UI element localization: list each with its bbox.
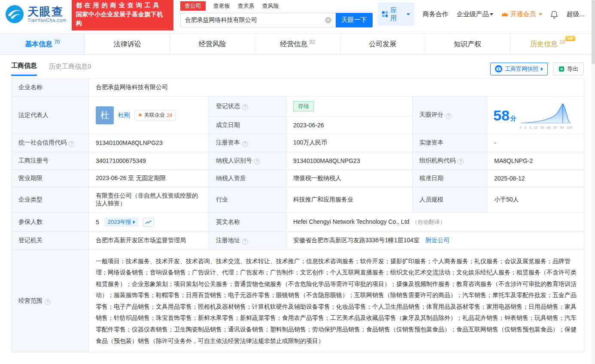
- insured-label: 参保人数: [12, 213, 89, 232]
- credit-code-value: 91340100MA8QLNPG23: [89, 134, 209, 152]
- tianyancha-logo-icon: [5, 5, 24, 24]
- reg-status-value: 存续: [286, 96, 413, 117]
- paid-capital-label: 实缴资本: [413, 134, 487, 152]
- nav-enterprise-products[interactable]: 企业级产品: [456, 10, 493, 18]
- row-reg-authority: 登记机关 合肥市高新开发区市场监督管理局 注册地址 安徽省合肥市高新区习友路33…: [12, 232, 584, 250]
- tab-legal-proceedings[interactable]: 法律诉讼: [85, 34, 170, 54]
- tab-intellectual-property[interactable]: 知识产权: [425, 34, 510, 54]
- industry-value: 科技推广和应用服务业: [286, 187, 413, 213]
- help-icon[interactable]: [242, 104, 248, 110]
- sub-navigation: 工商信息 历史工商信息0 工商官网快照 导出: [0, 55, 595, 76]
- search-tab-boss[interactable]: 查老板: [213, 2, 230, 10]
- row-business-scope: 经营范围 一般项目：技术服务、技术开发、技术咨询、技术交流、技术转让、技术推广；…: [12, 250, 584, 352]
- tab-business-info[interactable]: 经营信息32: [255, 34, 340, 54]
- help-icon[interactable]: [242, 141, 248, 147]
- row-insured: 参保人数 5 2023年报 英文名称 Hefei Chengyi Network…: [12, 213, 584, 232]
- legal-rep-avatar[interactable]: 杜: [96, 106, 114, 124]
- vip-badge: VIP: [565, 36, 575, 41]
- tab-label: 经营风险: [199, 40, 226, 49]
- main-tab-bar: 基本信息70 法律诉讼 经营风险 经营信息32 公司发展 知识产权 历史信息10…: [0, 33, 595, 55]
- tab-count: 70: [54, 39, 60, 45]
- tab-label: 历史信息: [530, 40, 558, 49]
- search-tab-risk[interactable]: 查风险: [262, 2, 279, 10]
- staff-size-value: 小于50人: [487, 187, 584, 213]
- subtab-history-business-info[interactable]: 历史工商信息0: [49, 63, 91, 75]
- search-input[interactable]: [180, 13, 336, 27]
- logo-subtitle: TianYanCha.com: [27, 18, 67, 23]
- apps-menu[interactable]: 应用: [378, 3, 415, 26]
- tab-label: 基本信息: [25, 40, 52, 49]
- tab-label: 经营信息: [280, 40, 307, 49]
- english-name-value: Hefei Chengyi Network Technology Co., Lt…: [286, 213, 584, 232]
- related-companies-tag[interactable]: 关联企业 24: [134, 110, 176, 120]
- arrow-right-icon: [133, 220, 135, 224]
- score-distribution-chart: 0131550859799100: [520, 102, 572, 129]
- company-type-label: 企业类型: [12, 187, 89, 213]
- help-icon[interactable]: [446, 113, 452, 119]
- help-icon[interactable]: [254, 159, 260, 165]
- notification-bell-icon[interactable]: [550, 10, 558, 18]
- help-icon[interactable]: [242, 239, 248, 245]
- help-icon[interactable]: [458, 159, 464, 165]
- row-company-name: 企业名称 合肥承益网络科技有限公司: [12, 79, 584, 96]
- related-companies-count: 24: [167, 112, 172, 118]
- tianyan-score-value[interactable]: 58分: [487, 96, 584, 134]
- reg-authority-label: 登记机关: [12, 232, 89, 250]
- subtab-business-registration-info[interactable]: 工商信息: [11, 62, 37, 76]
- business-snapshot-button[interactable]: 工商官网快照: [490, 63, 548, 75]
- org-code-label: 组织机构代码: [413, 152, 487, 170]
- nav-vip-membership[interactable]: 开通会员: [501, 10, 542, 18]
- logo-title: 天眼查: [27, 6, 67, 18]
- row-business-term: 营业期限 2023-06-26 至 无固定期限 纳税人资质 增值税一般纳税人 核…: [12, 170, 584, 187]
- help-icon[interactable]: [69, 141, 75, 147]
- export-button[interactable]: 导出: [553, 63, 584, 75]
- vertical-scrollbar[interactable]: [592, 0, 595, 364]
- chevron-down-icon: [407, 13, 410, 15]
- taxpayer-id-value: 91340100MA8QLNPG23: [286, 152, 413, 170]
- snapshot-button-label: 工商官网快照: [505, 65, 538, 73]
- tab-history-info[interactable]: 历史信息10VIP: [510, 34, 595, 54]
- nav-vip-label: 开通会员: [510, 10, 536, 18]
- search-button[interactable]: 天眼一下: [336, 13, 373, 27]
- chevron-down-icon: [490, 13, 493, 15]
- row-legal-rep: 法定代表人 杜 杜刚 关联企业 24 登记状态 存续 天眼评分: [12, 96, 584, 117]
- establish-date-label: 成立日期: [209, 117, 286, 134]
- nav-business-cooperation[interactable]: 商务合作: [422, 10, 448, 18]
- annual-report-button[interactable]: 2023年报: [104, 217, 139, 227]
- reg-address-label: 注册地址: [209, 232, 286, 250]
- nearby-companies-link[interactable]: 附近公司: [425, 237, 449, 244]
- business-term-value: 2023-06-26 至 无固定期限: [89, 170, 209, 187]
- auto-translate-note: （自动翻译）: [412, 219, 446, 225]
- approval-date-label: 核准日期: [413, 170, 487, 187]
- score-number: 58分: [493, 107, 516, 124]
- help-icon[interactable]: [45, 299, 51, 305]
- trend-chart-icon[interactable]: [143, 218, 154, 227]
- search-type-tabs: 查公司 查老板 查关系 查风险: [180, 1, 373, 11]
- tab-company-development[interactable]: 公司发展: [340, 34, 425, 54]
- taxpayer-id-label: 纳税人识别号: [209, 152, 286, 170]
- search-tab-relation[interactable]: 查关系: [238, 2, 255, 10]
- tianyancha-logo[interactable]: 天眼查 TianYanCha.com: [5, 5, 67, 24]
- chevron-down-icon: [539, 13, 542, 15]
- slogan-line2: 国家中小企业发展子基金旗下机构: [76, 10, 169, 28]
- company-name-label: 企业名称: [12, 79, 89, 96]
- insured-value: 5 2023年报: [89, 213, 209, 232]
- clear-icon[interactable]: [325, 17, 331, 23]
- reg-address-value: 安徽省合肥市高新区习友路3336号1幢1层104室附近公司: [286, 232, 584, 250]
- taxpayer-quality-label: 纳税人资质: [209, 170, 286, 187]
- company-name-value: 合肥承益网络科技有限公司: [89, 79, 584, 96]
- search-tab-company[interactable]: 查公司: [180, 1, 206, 11]
- score-axis-labels: 0131550859799100: [520, 126, 572, 129]
- company-type-value: 有限责任公司（非自然人投资或控股的法人独资）: [89, 187, 209, 213]
- legal-rep-name-link[interactable]: 杜刚: [118, 111, 130, 119]
- tab-label: 法律诉讼: [114, 40, 141, 49]
- slogan-banner: 都在用的商业查询工具 国家中小企业发展子基金旗下机构: [72, 0, 173, 30]
- tab-basic-info[interactable]: 基本信息70: [0, 34, 85, 54]
- business-scope-value: 一般项目：技术服务、技术开发、技术咨询、技术交流、技术转让、技术推广；信息技术咨…: [89, 250, 584, 352]
- tab-operational-risk[interactable]: 经营风险: [170, 34, 255, 54]
- reg-number-value: 340171000675349: [89, 152, 209, 170]
- nav-super-vip[interactable]: 超级...: [566, 10, 585, 18]
- related-companies-label: 关联企业: [144, 111, 165, 119]
- tab-label: 知识产权: [454, 40, 481, 49]
- scrollbar-thumb[interactable]: [592, 0, 595, 64]
